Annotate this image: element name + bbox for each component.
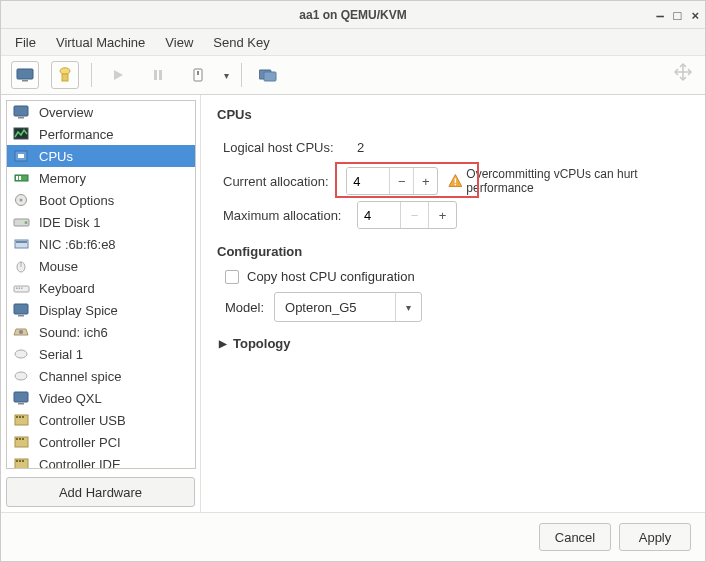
close-button[interactable]: ×: [691, 8, 699, 23]
sidebar-item-nic-6b-f6-e8[interactable]: NIC :6b:f6:e8: [7, 233, 195, 255]
sidebar-item-label: Channel spice: [39, 369, 121, 384]
sidebar-item-mouse[interactable]: Mouse: [7, 255, 195, 277]
svg-rect-58: [454, 178, 455, 183]
menu-view[interactable]: View: [165, 35, 193, 50]
svg-point-35: [15, 350, 27, 358]
device-icon: [13, 412, 31, 428]
svg-rect-59: [454, 184, 455, 185]
current-allocation-plus-button[interactable]: +: [413, 168, 437, 194]
svg-rect-46: [22, 438, 24, 440]
menu-virtual-machine[interactable]: Virtual Machine: [56, 35, 145, 50]
svg-rect-38: [18, 403, 24, 405]
sidebar-item-serial-1[interactable]: Serial 1: [7, 343, 195, 365]
max-allocation-plus-button[interactable]: +: [428, 202, 456, 228]
svg-rect-11: [14, 106, 28, 116]
device-icon: [13, 258, 31, 274]
svg-rect-40: [16, 416, 18, 418]
copy-host-cpu-checkbox[interactable]: [225, 270, 239, 284]
sidebar-item-controller-usb[interactable]: Controller USB: [7, 409, 195, 431]
vm-details-window: aa1 on QEMU/KVM ‒ □ × File Virtual Machi…: [0, 0, 706, 562]
svg-rect-15: [18, 154, 24, 158]
apply-button[interactable]: Apply: [619, 523, 691, 551]
toolbar-separator-2: [241, 63, 242, 87]
svg-rect-10: [264, 72, 276, 81]
max-allocation-minus-button[interactable]: −: [400, 202, 428, 228]
sidebar-item-label: Mouse: [39, 259, 78, 274]
sidebar-item-performance[interactable]: Performance: [7, 123, 195, 145]
sidebar-item-overview[interactable]: Overview: [7, 101, 195, 123]
pause-button[interactable]: [144, 61, 172, 89]
max-allocation-label: Maximum allocation:: [217, 208, 357, 223]
chevron-down-icon: ▾: [395, 293, 421, 321]
hardware-list[interactable]: OverviewPerformanceCPUsMemoryBoot Option…: [6, 100, 196, 469]
copy-host-cpu-label: Copy host CPU configuration: [247, 269, 415, 284]
svg-rect-32: [18, 315, 24, 317]
sidebar-item-memory[interactable]: Memory: [7, 167, 195, 189]
sidebar-item-video-qxl[interactable]: Video QXL: [7, 387, 195, 409]
window-controls: ‒ □ ×: [656, 1, 699, 29]
device-icon: [13, 434, 31, 450]
current-allocation-input[interactable]: [347, 168, 389, 194]
add-hardware-button[interactable]: Add Hardware: [6, 477, 195, 507]
fullscreen-icon[interactable]: [673, 62, 693, 82]
sidebar-item-channel-spice[interactable]: Channel spice: [7, 365, 195, 387]
sidebar-item-display-spice[interactable]: Display Spice: [7, 299, 195, 321]
sidebar-item-cpus[interactable]: CPUs: [7, 145, 195, 167]
sidebar-item-ide-disk-1[interactable]: IDE Disk 1: [7, 211, 195, 233]
console-view-button[interactable]: [11, 61, 39, 89]
svg-rect-0: [17, 69, 33, 79]
svg-rect-5: [154, 70, 157, 80]
device-icon: [13, 456, 31, 469]
device-icon: [13, 346, 31, 362]
max-allocation-input[interactable]: [358, 202, 400, 228]
model-value: Opteron_G5: [275, 300, 395, 315]
sidebar-item-label: Performance: [39, 127, 113, 142]
run-button[interactable]: [104, 61, 132, 89]
device-icon: [13, 390, 31, 406]
svg-point-20: [20, 199, 23, 202]
current-allocation-label: Current allocation:: [217, 174, 346, 189]
shutdown-menu-button[interactable]: [184, 61, 212, 89]
cancel-button[interactable]: Cancel: [539, 523, 611, 551]
device-icon: [13, 236, 31, 252]
svg-rect-24: [16, 241, 27, 243]
svg-rect-6: [159, 70, 162, 80]
sidebar-item-boot-options[interactable]: Boot Options: [7, 189, 195, 211]
sidebar-item-controller-pci[interactable]: Controller PCI: [7, 431, 195, 453]
shutdown-dropdown-icon[interactable]: ▾: [224, 70, 229, 81]
device-icon: [13, 280, 31, 296]
sidebar-item-label: NIC :6b:f6:e8: [39, 237, 116, 252]
svg-point-36: [15, 372, 27, 380]
toolbar: ▾: [1, 55, 705, 95]
current-allocation-minus-button[interactable]: −: [389, 168, 413, 194]
svg-point-22: [25, 221, 28, 224]
sidebar-item-controller-ide[interactable]: Controller IDE: [7, 453, 195, 469]
sidebar-item-label: IDE Disk 1: [39, 215, 100, 230]
sidebar-item-label: Controller IDE: [39, 457, 121, 470]
svg-rect-12: [18, 117, 24, 119]
sidebar-item-label: CPUs: [39, 149, 73, 164]
minimize-button[interactable]: ‒: [656, 8, 664, 23]
sidebar-item-label: Serial 1: [39, 347, 83, 362]
menubar: File Virtual Machine View Send Key: [1, 29, 705, 55]
svg-rect-49: [19, 460, 21, 462]
sidebar-item-label: Controller USB: [39, 413, 126, 428]
svg-rect-37: [14, 392, 28, 402]
sidebar-item-keyboard[interactable]: Keyboard: [7, 277, 195, 299]
snapshots-button[interactable]: [254, 61, 282, 89]
menu-file[interactable]: File: [15, 35, 36, 50]
logical-cpus-value: 2: [357, 140, 364, 155]
details-panel: CPUs Logical host CPUs: 2 Current alloca…: [201, 95, 705, 512]
topology-expander[interactable]: ▶ Topology: [217, 336, 689, 351]
svg-point-34: [19, 330, 23, 334]
svg-rect-28: [16, 288, 18, 290]
model-combobox[interactable]: Opteron_G5 ▾: [274, 292, 422, 322]
menu-send-key[interactable]: Send Key: [213, 35, 269, 50]
sidebar-item-sound-ich6[interactable]: Sound: ich6: [7, 321, 195, 343]
sidebar-item-label: Controller PCI: [39, 435, 121, 450]
topology-heading: Topology: [233, 336, 291, 351]
details-view-button[interactable]: [51, 61, 79, 89]
maximize-button[interactable]: □: [674, 8, 682, 23]
device-icon: [13, 126, 31, 142]
svg-rect-41: [19, 416, 21, 418]
